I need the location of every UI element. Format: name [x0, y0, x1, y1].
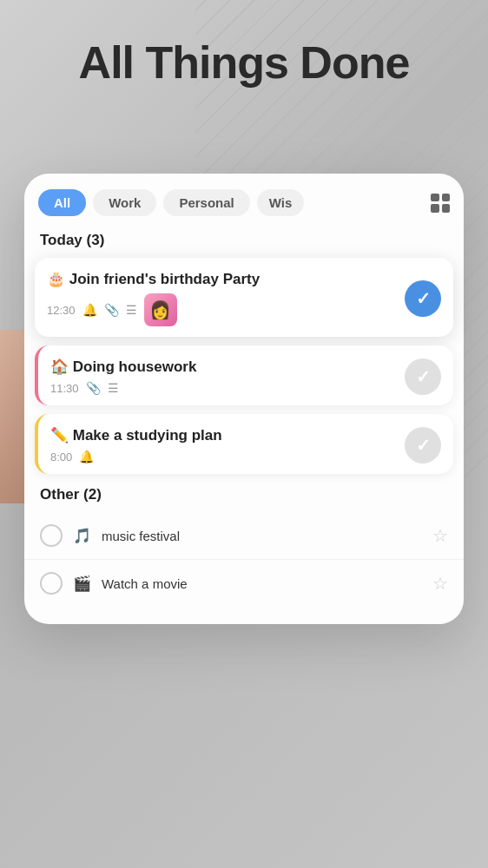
other-task-title: music festival — [102, 529, 422, 543]
list-icon: ☰ — [108, 381, 119, 395]
check-icon: ✓ — [416, 435, 431, 456]
grid-view-button[interactable] — [431, 194, 450, 213]
grid-dot — [442, 194, 451, 202]
task-emoji: ✏️ — [50, 427, 69, 444]
app-title: All Things Done — [0, 38, 488, 88]
other-task-item: 🎬 Watch a movie ☆ — [24, 560, 464, 607]
today-section-header: Today (3) — [24, 228, 464, 258]
other-section-header: Other (2) — [24, 483, 464, 512]
circle-checkbox[interactable] — [40, 572, 63, 595]
attachment-icon: 📎 — [104, 303, 119, 317]
check-icon: ✓ — [416, 366, 431, 387]
task-time: 11:30 — [50, 382, 79, 395]
attachment-icon: 📎 — [86, 381, 101, 395]
filter-row: All Work Personal Wis — [24, 174, 464, 228]
grid-dot — [431, 194, 439, 202]
task-time: 12:30 — [47, 304, 76, 317]
circle-checkbox[interactable] — [40, 524, 63, 547]
filter-all[interactable]: All — [38, 189, 86, 216]
grid-icon — [431, 194, 450, 213]
task-thumbnail: 👩 — [144, 293, 177, 326]
grid-dot — [431, 204, 439, 213]
bell-icon: 🔔 — [82, 303, 97, 317]
star-button[interactable]: ☆ — [432, 525, 448, 546]
task-emoji: 🏠 — [50, 358, 69, 375]
other-task-icon: 🎵 — [73, 527, 91, 545]
complete-button[interactable]: ✓ — [405, 358, 441, 395]
task-item: ✏️ Make a studying plan 8:00 🔔 ✓ — [35, 414, 453, 474]
task-meta: 12:30 🔔 📎 ☰ 👩 — [47, 293, 396, 326]
task-content: ✏️ Make a studying plan 8:00 🔔 — [50, 426, 396, 464]
main-card: All Work Personal Wis Today (3) 🎂 Join f… — [24, 174, 464, 624]
other-task-title: Watch a movie — [102, 576, 422, 591]
filter-personal[interactable]: Personal — [163, 189, 249, 216]
check-icon: ✓ — [416, 288, 431, 309]
grid-dot — [442, 204, 451, 213]
task-title: 🎂 Join friend's birthday Party — [47, 270, 396, 288]
list-icon: ☰ — [126, 303, 137, 317]
task-title: ✏️ Make a studying plan — [50, 426, 396, 444]
star-button[interactable]: ☆ — [432, 573, 448, 594]
task-item: 🏠 Doing housework 11:30 📎 ☰ ✓ — [35, 345, 453, 405]
task-meta: 11:30 📎 ☰ — [50, 381, 396, 395]
task-time: 8:00 — [50, 450, 72, 464]
complete-button[interactable]: ✓ — [405, 280, 441, 317]
task-title: 🏠 Doing housework — [50, 358, 396, 376]
task-item: 🎂 Join friend's birthday Party 12:30 🔔 📎… — [35, 258, 453, 337]
complete-button[interactable]: ✓ — [405, 427, 441, 464]
task-meta: 8:00 🔔 — [50, 450, 396, 464]
filter-work[interactable]: Work — [93, 189, 156, 216]
task-content: 🎂 Join friend's birthday Party 12:30 🔔 📎… — [47, 270, 396, 326]
other-task-icon: 🎬 — [73, 575, 91, 593]
bell-icon: 🔔 — [79, 450, 94, 464]
filter-wis[interactable]: Wis — [257, 189, 305, 216]
task-emoji: 🎂 — [47, 271, 65, 287]
task-content: 🏠 Doing housework 11:30 📎 ☰ — [50, 358, 396, 395]
other-task-item: 🎵 music festival ☆ — [24, 512, 464, 560]
other-section: Other (2) 🎵 music festival ☆ 🎬 Watch a m… — [24, 483, 464, 607]
